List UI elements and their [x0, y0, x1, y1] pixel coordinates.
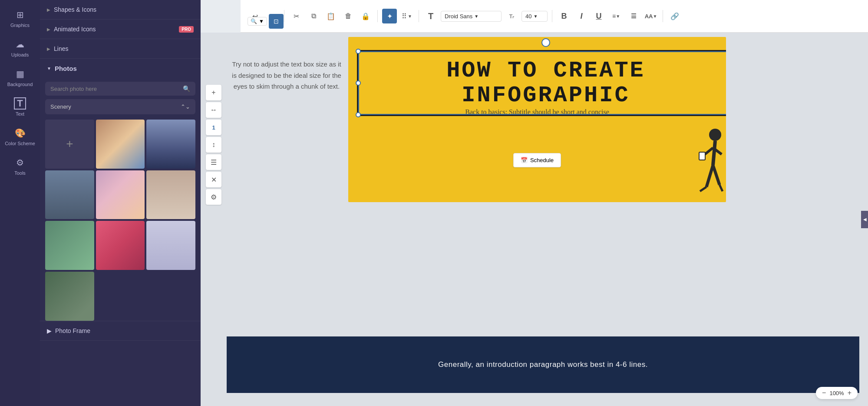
pro-badge: PRO [179, 26, 194, 33]
underline-button[interactable]: U [591, 9, 606, 23]
photo-item[interactable] [146, 170, 195, 220]
settings-button[interactable]: ⚙ [206, 189, 221, 205]
photo-search-box[interactable]: 🔍 [45, 82, 195, 96]
svg-line-5 [713, 165, 719, 185]
list-button[interactable]: ☰ [626, 9, 641, 23]
left-panel: ▶ Shapes & Icons ▶ Animated Icons PRO ▶ … [40, 0, 201, 406]
zoom-selector[interactable]: 🔍 ▼ [248, 17, 267, 26]
photo-item[interactable] [45, 221, 94, 270]
photo-item[interactable] [146, 120, 195, 169]
svg-rect-8 [699, 152, 705, 160]
chevron-down-icon: ▼ [47, 66, 51, 71]
resize-handle-bl[interactable] [356, 112, 361, 117]
resize-vertical-button[interactable]: ↕ [206, 137, 221, 153]
color-scheme-icon: 🎨 [14, 127, 26, 139]
case-button[interactable]: AA ▼ [644, 9, 658, 23]
chevron-right-icon: ▶ [47, 47, 50, 51]
photos-label: Photos [55, 65, 77, 72]
sidebar-item-text[interactable]: T Text [0, 92, 40, 122]
photo-item[interactable] [45, 272, 94, 321]
page-number-indicator: 1 [206, 120, 221, 135]
text-icon-button[interactable]: T [423, 9, 438, 23]
zoom-out-button[interactable]: − [822, 389, 826, 396]
crop-button[interactable]: ⊡ [269, 14, 284, 29]
lines-header[interactable]: ▶ Lines [40, 39, 201, 58]
photo-frame-section: ▶ Photo Frame [40, 321, 201, 341]
graphics-icon: ⊞ [14, 9, 26, 21]
toolbar-separator [419, 10, 419, 22]
shapes-icons-label: Shapes & Icons [54, 6, 96, 13]
svg-line-7 [719, 185, 723, 191]
resize-handle-ml[interactable] [356, 80, 361, 86]
canvas-text-hint: Try not to adjust the text box size as i… [230, 59, 343, 92]
photo-frame-label: Photo Frame [55, 327, 90, 334]
design-card[interactable]: HOW TO CREATE INFOGRAPHIC Back to basics… [348, 37, 726, 202]
blue-banner: Generally, an introduction paragraph wor… [227, 336, 859, 393]
grid-button[interactable]: ⠿ ▼ [399, 9, 414, 23]
photo-item[interactable] [96, 170, 145, 220]
add-element-button[interactable]: + [206, 85, 221, 100]
text-icon: T [14, 97, 26, 110]
sidebar-item-graphics[interactable]: ⊞ Graphics [0, 3, 40, 33]
toolbar-separator [663, 10, 663, 22]
main-area: ↩ ↪ ✂ ⧉ 📋 🗑 🔒 ✦ ⠿ ▼ T Droid Sans ▼ Tᵣ 40… [201, 0, 868, 406]
zoom-control: − 100% + [816, 387, 858, 399]
copy-button[interactable]: ⧉ [306, 9, 321, 23]
category-dropdown[interactable]: Scenery ⌃⌄ [45, 99, 195, 114]
search-input[interactable] [50, 86, 179, 92]
tools-icon: ⚙ [14, 156, 26, 169]
sidebar-item-label: Graphics [10, 23, 30, 28]
delete-button[interactable]: 🗑 [341, 9, 356, 23]
sidebar-item-label: Background [7, 82, 33, 87]
bold-button[interactable]: B [557, 9, 571, 23]
lines-label: Lines [54, 45, 68, 52]
shapes-icons-section: ▶ Shapes & Icons [40, 0, 201, 20]
photo-frame-header[interactable]: ▶ Photo Frame [40, 321, 201, 340]
rotate-handle[interactable] [541, 38, 550, 47]
font-size-selector[interactable]: 40 ▼ [521, 11, 548, 22]
shapes-icons-header[interactable]: ▶ Shapes & Icons [40, 0, 201, 19]
close-button[interactable]: ✕ [206, 172, 221, 187]
align-button[interactable]: ≡ ▼ [609, 9, 624, 23]
dropdown-arrow-icon: ⌃⌄ [181, 103, 190, 110]
sidebar-item-label: Uploads [11, 52, 29, 57]
add-photo-button[interactable]: + [45, 120, 94, 169]
font-size-icon: Tᵣ [504, 9, 519, 23]
lines-section: ▶ Lines [40, 39, 201, 59]
zoom-in-button[interactable]: + [848, 389, 851, 396]
text-hint-content: Try not to adjust the text box size as i… [232, 60, 341, 90]
sidebar-item-label: Color Scheme [5, 141, 35, 146]
collapse-panel-button[interactable]: ◀ [861, 211, 868, 228]
photo-item[interactable] [146, 221, 195, 270]
schedule-button[interactable]: 📅 Schedule [513, 153, 561, 167]
sidebar-item-tools[interactable]: ⚙ Tools [0, 151, 40, 181]
cut-button[interactable]: ✂ [289, 9, 304, 23]
magnify-icon: 🔍 [251, 18, 257, 24]
lock-button[interactable]: 🔒 [358, 9, 373, 23]
photos-header[interactable]: ▼ Photos [40, 59, 201, 78]
effects-button[interactable]: ✦ [382, 9, 397, 23]
sidebar-icons: ⊞ Graphics ☁ Uploads ▦ Background T Text… [0, 0, 40, 406]
photo-item[interactable] [96, 221, 145, 270]
link-button[interactable]: 🔗 [667, 9, 682, 23]
sidebar-item-background[interactable]: ▦ Background [0, 63, 40, 92]
photo-item[interactable] [96, 120, 145, 169]
resize-handle-tl[interactable] [356, 49, 361, 54]
font-selector[interactable]: Droid Sans ▼ [441, 11, 502, 22]
chevron-right-icon: ▶ [47, 7, 50, 12]
sidebar-item-label: Tools [14, 170, 26, 176]
animated-icons-header[interactable]: ▶ Animated Icons PRO [40, 20, 201, 39]
title-box[interactable]: HOW TO CREATE INFOGRAPHIC [357, 50, 726, 116]
svg-point-0 [709, 129, 721, 141]
background-icon: ▦ [14, 68, 26, 80]
paste-button[interactable]: 📋 [323, 9, 338, 23]
sidebar-item-uploads[interactable]: ☁ Uploads [0, 33, 40, 63]
toolbar-separator [377, 10, 378, 22]
photo-item[interactable] [45, 170, 94, 220]
resize-horizontal-button[interactable]: ↔ [206, 102, 221, 118]
svg-line-6 [700, 187, 706, 191]
zoom-level-label: 100% [829, 390, 844, 396]
sidebar-item-color-scheme[interactable]: 🎨 Color Scheme [0, 122, 40, 151]
arrange-button[interactable]: ☰ [206, 154, 221, 170]
italic-button[interactable]: I [574, 9, 589, 23]
